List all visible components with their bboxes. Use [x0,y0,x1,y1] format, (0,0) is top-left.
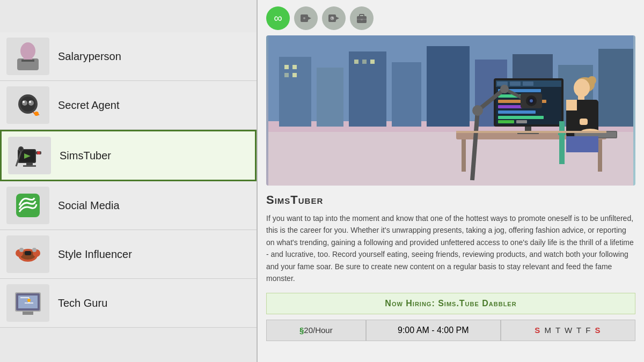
svg-rect-53 [317,68,343,127]
salaryperson-label: Salaryperson [58,50,121,63]
svg-rect-37 [23,312,33,315]
svg-point-40 [303,17,305,19]
career-title: SimsTuber [266,193,635,207]
day-w: W [565,326,573,335]
career-sidebar: Salaryperson Secret Agent [0,0,258,362]
tech-guru-label: Tech Guru [58,297,107,309]
svg-rect-66 [362,60,367,64]
svg-rect-3 [21,60,34,62]
style-influencer-label: Style Influencer [58,248,132,261]
svg-rect-78 [510,82,521,86]
style-influencer-icon [6,235,49,273]
svg-rect-67 [370,60,375,64]
svg-point-96 [472,105,483,116]
career-description: If you want to tap into the moment and k… [266,212,635,284]
main-container: Salaryperson Secret Agent [0,0,644,362]
svg-rect-49 [361,19,363,20]
career-item-tech-guru[interactable]: Tech Guru [0,279,257,328]
svg-point-95 [530,99,533,102]
svg-marker-39 [308,17,311,20]
tech-guru-icon [6,284,49,322]
svg-point-99 [588,76,596,85]
svg-rect-17 [26,163,33,165]
svg-rect-60 [598,49,633,127]
secret-agent-label: Secret Agent [58,99,120,112]
svg-point-100 [574,79,590,97]
svg-rect-104 [569,119,580,125]
day-t1: T [555,326,561,335]
svg-rect-86 [498,116,544,119]
svg-rect-88 [516,120,527,123]
svg-rect-65 [354,60,358,64]
svg-point-7 [28,100,34,106]
svg-point-11 [34,112,39,116]
svg-rect-47 [360,14,364,17]
svg-point-36 [27,299,31,302]
svg-point-6 [22,100,27,106]
svg-rect-103 [566,100,577,110]
svg-rect-105 [580,119,588,125]
schedule-box: 9:00 AM - 4:00 PM [366,320,501,341]
career-image [266,35,635,186]
now-hiring-bar: Now Hiring: Sims.Tube Dabbler [266,293,635,314]
day-m: M [545,326,553,335]
salary-value: §20/Hour [299,326,333,335]
svg-rect-109 [566,136,598,152]
social-media-label: Social Media [58,200,120,212]
career-item-style-influencer[interactable]: Style Influencer [0,230,257,279]
svg-point-29 [32,248,36,252]
svg-rect-112 [456,131,606,133]
timer-camera-button[interactable] [322,6,346,30]
svg-rect-61 [284,65,289,69]
career-item-salaryperson[interactable]: Salaryperson [0,32,257,81]
salary-box: §20/Hour [266,320,366,341]
simstuber-label: SimsTuber [60,150,111,162]
social-media-icon [6,187,49,224]
svg-rect-85 [498,110,536,114]
day-f: F [586,326,591,335]
svg-rect-55 [392,62,421,127]
svg-rect-87 [498,120,514,123]
svg-rect-27 [25,251,31,255]
day-s1: S [535,326,541,335]
days-display: S M T W T F S [535,326,601,335]
career-item-secret-agent[interactable]: Secret Agent [0,81,257,130]
svg-point-8 [23,101,25,103]
svg-rect-62 [292,65,297,69]
day-t2: T [576,326,582,335]
svg-rect-79 [523,82,533,86]
days-box: S M T W T F S [501,320,635,341]
svg-point-16 [37,151,40,154]
svg-rect-63 [284,73,289,77]
svg-point-21 [19,147,23,151]
play-camera-button[interactable] [294,6,318,30]
career-item-social-media[interactable]: Social Media [0,181,257,230]
svg-rect-56 [427,46,470,127]
svg-rect-70 [462,139,466,172]
svg-point-97 [500,85,509,93]
svg-rect-110 [559,121,565,164]
secret-agent-icon [6,86,49,124]
svg-marker-42 [336,17,339,20]
career-item-simstuber[interactable]: SimsTuber [0,130,257,181]
day-s2: S [595,326,602,335]
salary-text: 20/Hour [304,326,332,335]
simstuber-icon [8,137,51,174]
detail-panel: ∞ [258,0,644,362]
svg-rect-64 [292,73,297,77]
svg-point-9 [29,101,31,103]
top-icons-bar: ∞ [266,4,635,35]
stats-bar: §20/Hour 9:00 AM - 4:00 PM S M T W T F S [266,320,635,341]
schedule-value: 9:00 AM - 4:00 PM [398,326,469,335]
svg-point-28 [19,248,24,252]
svg-rect-71 [598,139,602,172]
salaryperson-icon [6,38,49,75]
svg-rect-18 [23,165,36,167]
briefcase-button[interactable] [350,6,374,30]
infinity-button[interactable]: ∞ [266,6,290,30]
